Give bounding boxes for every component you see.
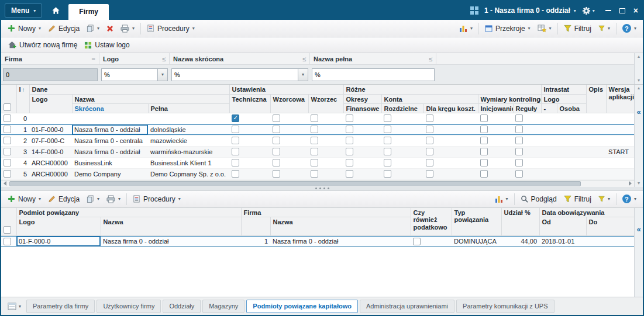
related-edit-button[interactable]: Edycja — [44, 194, 83, 204]
przekroje-button[interactable]: Przekroje ▾ — [481, 23, 534, 34]
scroll-right-button[interactable] — [626, 180, 634, 187]
inicjowanie-checkbox[interactable] — [480, 159, 488, 166]
related-copy-button[interactable]: ▾ — [83, 194, 103, 204]
reguly-checkbox[interactable] — [515, 159, 523, 166]
related-row[interactable]: 01-F-000-0 Nasza firma 0 - oddział 1 Nas… — [1, 236, 636, 247]
tab-parametry-komunikacji-ups[interactable]: Parametry komunikacji z UPS — [456, 300, 555, 313]
dla-kregu-checkbox[interactable] — [426, 170, 433, 178]
expand-panel-button[interactable]: « — [636, 108, 640, 116]
table-special-button[interactable]: ▾ — [534, 23, 555, 34]
rozdzielne-checkbox[interactable] — [384, 170, 391, 178]
col-header-opis[interactable]: Opis — [586, 85, 606, 113]
col-header-dla-kregu[interactable]: Dla kręgu koszt. — [423, 103, 478, 113]
row-checkbox[interactable] — [4, 126, 11, 133]
inicjowanie-checkbox[interactable] — [480, 170, 488, 178]
panel-splitter[interactable] — [1, 187, 643, 191]
logo-filter-input[interactable] — [102, 69, 157, 81]
close-button[interactable]: × — [633, 6, 638, 15]
company-row[interactable]: 1 01-F-000-0 Nasza firma 0 - oddział dol… — [1, 124, 636, 135]
apps-grid-icon[interactable] — [470, 6, 478, 15]
techniczna-checkbox[interactable] — [232, 126, 239, 133]
inicjowanie-checkbox[interactable] — [480, 114, 488, 122]
collapse-up-button[interactable]: ▴ — [638, 54, 640, 59]
finansowe-checkbox[interactable] — [346, 159, 353, 166]
firma-filter-input[interactable] — [3, 68, 98, 81]
finansowe-checkbox[interactable] — [346, 114, 353, 122]
finansowe-checkbox[interactable] — [346, 137, 353, 144]
col-header-czy-rowniez-podatkowo[interactable]: Czy również podatkowo — [411, 208, 452, 236]
wzorzec-checkbox[interactable] — [311, 137, 318, 144]
company-row[interactable]: 2 07-F-000-C Nasza firma 0 - centrala ma… — [1, 135, 636, 146]
horizontal-scrollbar[interactable] — [1, 180, 634, 187]
col-header-techniczna[interactable]: Techniczna — [229, 94, 270, 113]
wzorcowa-checkbox[interactable] — [273, 148, 280, 155]
col-header-inicjowanie[interactable]: Inicjowanie — [478, 103, 513, 113]
scroll-left-button[interactable] — [1, 180, 9, 187]
scrollbar-thumb[interactable] — [9, 181, 581, 186]
wzorcowa-checkbox[interactable] — [273, 137, 280, 144]
col-header-rozdzielne[interactable]: Rozdzielne — [381, 103, 423, 113]
company-row[interactable]: 0 — [1, 113, 636, 124]
wzorcowa-checkbox[interactable] — [273, 114, 280, 122]
filter-col-nazwa-pelna[interactable]: Nazwa pełna ≤ — [310, 53, 436, 64]
home-button[interactable] — [47, 6, 65, 15]
combo-dropdown-button[interactable]: ▾ — [157, 69, 167, 81]
tab-firmy[interactable]: Firmy — [68, 4, 109, 20]
filter-col-logo[interactable]: Logo ≤ — [99, 53, 170, 64]
techniczna-checkbox[interactable] — [232, 137, 239, 144]
related-filter-options-button[interactable]: ▾ — [595, 195, 614, 203]
wzorcowa-checkbox[interactable] — [273, 126, 280, 133]
delete-button[interactable] — [103, 24, 117, 33]
nazwa-skrocona-filter-combo[interactable]: ▾ — [171, 68, 308, 81]
tab-uzytkownicy-firmy[interactable]: Użytkownicy firmy — [97, 300, 161, 313]
finansowe-checkbox[interactable] — [346, 126, 353, 133]
wzorzec-checkbox[interactable] — [311, 114, 318, 122]
procedures-button[interactable]: Procedury ▾ — [143, 23, 198, 34]
collapse-down-button[interactable]: ▾ — [638, 78, 640, 83]
related-help-button[interactable]: ? ▾ — [619, 193, 640, 204]
related-new-button[interactable]: Nowy ▾ — [4, 194, 44, 204]
col-header-wzorcowa[interactable]: Wzorcowa — [270, 94, 308, 113]
company-selector[interactable]: 1 - Nasza firma 0 - oddział ▾ — [484, 6, 576, 15]
dla-kregu-checkbox[interactable] — [426, 137, 433, 144]
dla-kregu-checkbox[interactable] — [426, 148, 433, 155]
rozdzielne-checkbox[interactable] — [384, 114, 391, 122]
copy-button[interactable]: ▾ — [83, 23, 103, 33]
col-header-wzorzec[interactable]: Wzorzec — [308, 94, 343, 113]
col-header-i[interactable]: I↑ — [16, 85, 29, 113]
print-button[interactable]: ▾ — [117, 23, 138, 34]
related-procedures-button[interactable]: Procedury ▾ — [129, 194, 184, 204]
filter-button[interactable]: Filtruj — [560, 23, 595, 34]
focused-cell[interactable]: Nasza firma 0 - oddział — [72, 124, 148, 135]
techniczna-checkbox[interactable] — [232, 159, 239, 166]
menu-button[interactable]: Menu ▾ — [5, 4, 42, 18]
reguly-checkbox[interactable] — [515, 114, 523, 122]
reguly-checkbox[interactable] — [515, 137, 523, 144]
inicjowanie-checkbox[interactable] — [480, 148, 488, 155]
techniczna-checkbox[interactable] — [232, 170, 239, 178]
settings-button[interactable]: ▾ — [582, 6, 595, 15]
dla-kregu-checkbox[interactable] — [426, 159, 433, 166]
inicjowanie-checkbox[interactable] — [480, 126, 488, 133]
nazwa-pelna-filter-input[interactable] — [312, 68, 435, 81]
row-checkbox[interactable] — [4, 159, 11, 166]
related-filter-button[interactable]: Filtruj — [560, 194, 595, 204]
col-header-reguly[interactable]: Reguły — [513, 103, 541, 113]
col-header-podmiot-nazwa[interactable]: Nazwa — [101, 217, 241, 236]
scroll-up-button[interactable]: ▴ — [638, 86, 640, 91]
select-all-checkbox[interactable] — [4, 226, 11, 234]
filter-col-firma[interactable]: Firma = — [1, 53, 99, 64]
inicjowanie-checkbox[interactable] — [480, 137, 488, 144]
combo-dropdown-button[interactable]: ▾ — [298, 69, 308, 81]
dla-kregu-checkbox[interactable] — [426, 114, 433, 122]
tab-podmioty-powiazane-kapitalowo[interactable]: Podmioty powiązane kapitałowo — [246, 300, 358, 313]
techniczna-checkbox[interactable] — [232, 148, 239, 155]
col-header-udzial[interactable]: Udział % — [501, 208, 539, 236]
panel-selector-button[interactable]: ▾ — [4, 303, 25, 310]
wzorzec-checkbox[interactable] — [311, 148, 318, 155]
reguly-checkbox[interactable] — [515, 170, 523, 178]
nazwa-skrocona-filter-input[interactable] — [172, 69, 298, 81]
filter-col-nazwa-skrocona[interactable]: Nazwa skrócona ≤ — [170, 53, 310, 64]
col-header-logo[interactable]: Logo — [29, 94, 72, 113]
rozdzielne-checkbox[interactable] — [384, 148, 391, 155]
